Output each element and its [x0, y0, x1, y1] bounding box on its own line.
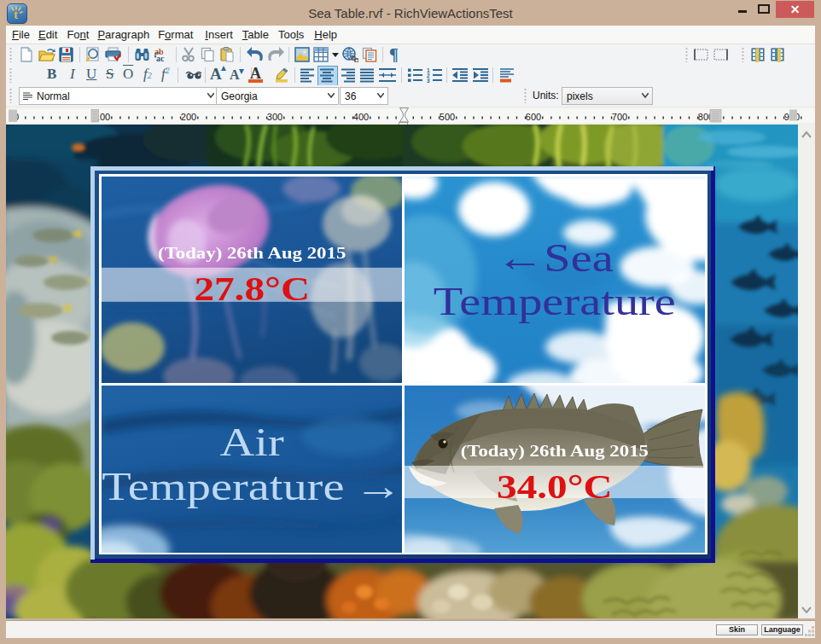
- svg-text:400: 400: [353, 112, 369, 122]
- svg-text:500: 500: [440, 112, 455, 122]
- svg-text:ac: ac: [156, 54, 165, 62]
- svg-text:¶: ¶: [389, 47, 399, 62]
- svg-text:700: 700: [612, 112, 627, 122]
- svg-text:600: 600: [526, 112, 541, 122]
- svg-text:3: 3: [427, 78, 430, 83]
- svg-text:200: 200: [181, 112, 196, 122]
- svg-text:300: 300: [267, 112, 282, 122]
